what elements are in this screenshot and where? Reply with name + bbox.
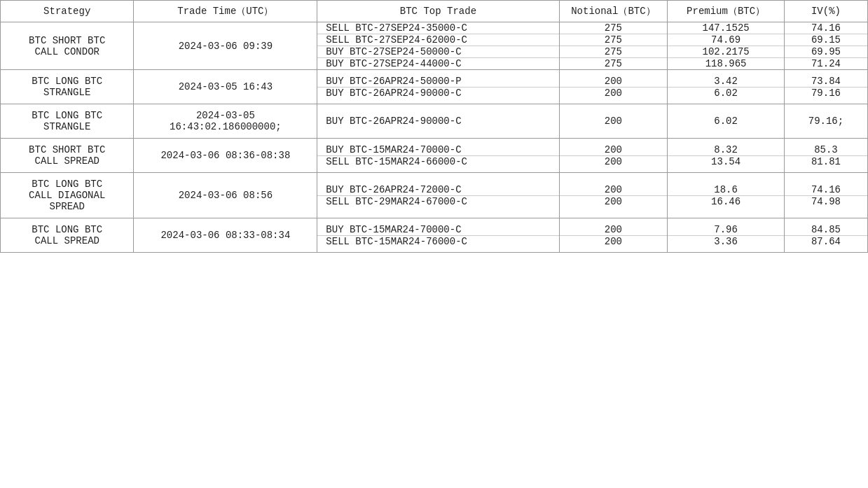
strategy-label: BTC LONG BTC xyxy=(32,76,102,87)
table-row: BTC LONG BTCCALL DIAGONALSPREAD2024-03-0… xyxy=(1,173,868,218)
header-notional: Notional（BTC） xyxy=(559,1,668,22)
time-cell: 2024-03-06 08:56 xyxy=(134,173,317,218)
table-row: BTC SHORT BTCCALL SPREAD2024-03-06 08:36… xyxy=(1,139,868,173)
time-cell: 2024-03-06 09:39 xyxy=(134,22,317,70)
strategy-label: STRANGLE xyxy=(43,87,90,98)
premium-group-cell: 8.3213.54 xyxy=(668,139,785,173)
iv-group-cell: 85.381.81 xyxy=(784,139,867,173)
header-strategy: Strategy xyxy=(1,1,134,22)
iv-group-cell: 73.8479.16 xyxy=(784,70,867,104)
strategy-label: CALL CONDOR xyxy=(35,46,99,57)
trade-cell: BUY BTC-26APR24-90000-C xyxy=(317,104,559,139)
table-row: BTC LONG BTCSTRANGLE2024-03-05 16:43BUY … xyxy=(1,70,868,104)
strategy-label: BTC LONG BTC xyxy=(32,224,102,235)
strategy-label: CALL DIAGONAL xyxy=(29,190,105,201)
iv-group-cell: 74.1674.98 xyxy=(784,173,867,218)
strategy-cell: BTC LONG BTCSTRANGLE xyxy=(1,104,134,139)
iv-group-cell: 74.1669.1569.9571.24 xyxy=(784,22,867,70)
strategy-cell: BTC SHORT BTCCALL SPREAD xyxy=(1,139,134,173)
strategy-label: BTC LONG BTC xyxy=(32,179,102,190)
strategy-label: SPREAD xyxy=(50,201,85,212)
notional-cell: 200 xyxy=(559,104,668,139)
time-label: 2024-03-05 xyxy=(196,110,255,121)
strategy-label: BTC LONG BTC xyxy=(32,110,102,121)
iv-group-cell: 84.8587.64 xyxy=(784,218,867,253)
table-row: BTC LONG BTCSTRANGLE2024-03-0516:43:02.1… xyxy=(1,104,868,139)
trades-table: Strategy Trade Time（UTC） BTC Top Trade N… xyxy=(0,0,868,253)
premium-group-cell: 3.426.02 xyxy=(668,70,785,104)
header-trade: BTC Top Trade xyxy=(317,1,559,22)
notional-group-cell: 275275275275 xyxy=(559,22,668,70)
main-container: Strategy Trade Time（UTC） BTC Top Trade N… xyxy=(0,0,868,253)
trade-group-cell: BUY BTC-15MAR24-70000-CSELL BTC-15MAR24-… xyxy=(317,139,559,173)
strategy-label: BTC SHORT BTC xyxy=(29,144,105,155)
notional-group-cell: 200200 xyxy=(559,173,668,218)
trade-group-cell: SELL BTC-27SEP24-35000-CSELL BTC-27SEP24… xyxy=(317,22,559,70)
strategy-cell: BTC SHORT BTCCALL CONDOR xyxy=(1,22,134,70)
time-label: 16:43:02.186000000; xyxy=(170,121,282,132)
strategy-label: CALL SPREAD xyxy=(35,235,99,246)
premium-group-cell: 147.152574.69102.2175118.965 xyxy=(668,22,785,70)
trade-group-cell: BUY BTC-26APR24-72000-CSELL BTC-29MAR24-… xyxy=(317,173,559,218)
strategy-label: STRANGLE xyxy=(43,121,90,132)
time-label: 2024-03-06 09:39 xyxy=(179,41,273,52)
notional-group-cell: 200200 xyxy=(559,70,668,104)
time-cell: 2024-03-06 08:36-08:38 xyxy=(134,139,317,173)
strategy-label: BTC SHORT BTC xyxy=(29,35,105,46)
header-iv: IV(%) xyxy=(784,1,867,22)
time-cell: 2024-03-0516:43:02.186000000; xyxy=(134,104,317,139)
premium-group-cell: 7.963.36 xyxy=(668,218,785,253)
notional-group-cell: 200200 xyxy=(559,139,668,173)
strategy-label: CALL SPREAD xyxy=(35,155,99,167)
time-label: 2024-03-06 08:56 xyxy=(179,190,273,201)
time-label: 2024-03-05 16:43 xyxy=(179,81,273,92)
strategy-cell: BTC LONG BTCCALL DIAGONALSPREAD xyxy=(1,173,134,218)
time-cell: 2024-03-06 08:33-08:34 xyxy=(134,218,317,253)
premium-cell: 6.02 xyxy=(668,104,785,139)
premium-group-cell: 18.616.46 xyxy=(668,173,785,218)
time-cell: 2024-03-05 16:43 xyxy=(134,70,317,104)
time-label: 2024-03-06 08:36-08:38 xyxy=(160,150,290,161)
strategy-cell: BTC LONG BTCCALL SPREAD xyxy=(1,218,134,253)
trade-group-cell: BUY BTC-15MAR24-70000-CSELL BTC-15MAR24-… xyxy=(317,218,559,253)
table-row: BTC SHORT BTCCALL CONDOR2024-03-06 09:39… xyxy=(1,22,868,70)
header-time: Trade Time（UTC） xyxy=(134,1,317,22)
trade-group-cell: BUY BTC-26APR24-50000-PBUY BTC-26APR24-9… xyxy=(317,70,559,104)
notional-group-cell: 200200 xyxy=(559,218,668,253)
table-header-row: Strategy Trade Time（UTC） BTC Top Trade N… xyxy=(1,1,868,22)
header-premium: Premium（BTC） xyxy=(668,1,785,22)
time-label: 2024-03-06 08:33-08:34 xyxy=(160,230,290,241)
iv-cell: 79.16; xyxy=(784,104,867,139)
table-row: BTC LONG BTCCALL SPREAD2024-03-06 08:33-… xyxy=(1,218,868,253)
strategy-cell: BTC LONG BTCSTRANGLE xyxy=(1,70,134,104)
